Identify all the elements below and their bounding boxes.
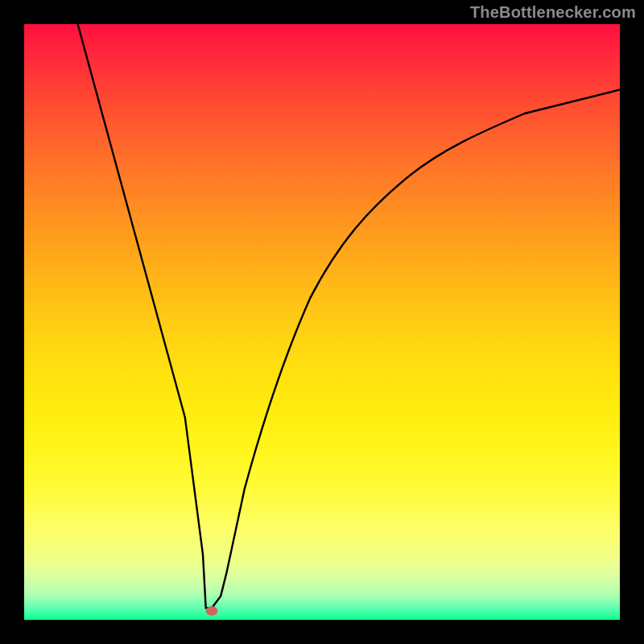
- attribution-label: TheBottlenecker.com: [470, 3, 636, 22]
- optimal-point-marker: [206, 606, 218, 616]
- bottleneck-curve: [78, 24, 620, 608]
- chart-frame: TheBottlenecker.com: [0, 0, 644, 644]
- plot-area: [24, 24, 620, 620]
- curve-layer: [24, 24, 620, 620]
